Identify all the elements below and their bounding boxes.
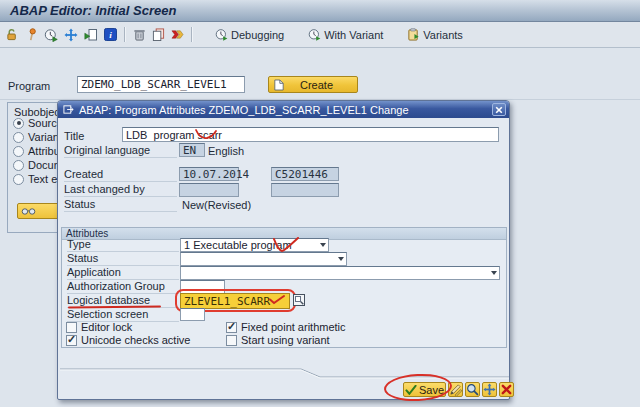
matchcode-search-icon[interactable] (293, 294, 305, 308)
checkbox-indicator[interactable] (66, 322, 77, 333)
type-dropdown[interactable]: 1 Executable program (180, 238, 329, 252)
status-value: New(Revised) (182, 199, 251, 211)
attr-status-label: Status (67, 252, 179, 266)
activate-pin-icon[interactable] (23, 25, 40, 45)
pencils-icon (449, 383, 462, 396)
window-titlebar: ABAP Editor: Initial Screen (0, 0, 640, 22)
dialog-close-button[interactable] (492, 103, 506, 116)
info-icon[interactable]: i (102, 25, 119, 45)
navigate-arrows-icon[interactable] (62, 25, 80, 45)
chevron-down-icon[interactable] (320, 243, 326, 247)
sap-abap-editor-screen: ABAP Editor: Initial Screen i (0, 0, 640, 407)
original-language-name: English (208, 145, 244, 157)
execute-with-page-icon[interactable] (82, 25, 100, 45)
toolbar-separator (124, 27, 126, 42)
create-button[interactable]: Create (268, 76, 358, 93)
create-button-label: Create (284, 79, 349, 91)
radio-indicator[interactable] (13, 146, 24, 157)
dialog-export-icon (63, 104, 74, 115)
checkbox-indicator[interactable] (226, 322, 237, 333)
program-attributes-dialog: ABAP: Program Attributes ZDEMO_LDB_SCARR… (57, 100, 510, 400)
copy-icon[interactable] (150, 25, 167, 45)
created-date-field[interactable]: 10.07.2014 (179, 167, 239, 181)
original-language-label: Original language (64, 144, 177, 158)
radio-indicator[interactable] (13, 174, 24, 185)
cancel-button[interactable] (499, 382, 514, 397)
dialog-titlebar: ABAP: Program Attributes ZDEMO_LDB_SCARR… (58, 101, 509, 118)
red-x-icon (501, 384, 512, 395)
attr-status-dropdown[interactable] (180, 252, 347, 266)
magnifier-icon (466, 383, 479, 396)
last-changed-by-field[interactable] (271, 183, 339, 197)
selection-screen-input[interactable] (180, 308, 205, 321)
program-input[interactable] (77, 76, 245, 93)
original-language-field[interactable]: EN (179, 143, 205, 157)
attributes-groupbox: Attributes Type 1 Executable program Sta… (61, 227, 507, 348)
with-variant-clock-icon (308, 28, 321, 41)
authorization-group-input[interactable] (180, 280, 225, 294)
save-button[interactable]: Save (403, 382, 446, 397)
type-label: Type (67, 238, 179, 252)
editor-lock-checkbox[interactable]: Editor lock (66, 321, 132, 333)
program-field-label: Program (8, 80, 50, 92)
radio-indicator[interactable] (13, 118, 24, 129)
footer-divider (58, 366, 511, 380)
title-input[interactable] (122, 127, 499, 142)
application-label: Application (67, 266, 179, 280)
checkbox-label: Fixed point arithmetic (241, 321, 346, 333)
application-dropdown[interactable] (180, 266, 500, 280)
logical-database-input[interactable] (180, 293, 290, 309)
delete-trash-glyph (133, 28, 146, 41)
dialog-title: ABAP: Program Attributes ZDEMO_LDB_SCARR… (79, 104, 409, 116)
toolbar-separator (191, 27, 193, 42)
title-field-label: Title (64, 130, 84, 142)
variants-button[interactable]: Variants (402, 25, 468, 45)
lock-icon[interactable] (4, 25, 21, 45)
execute-with-page-glyph (84, 28, 98, 42)
checkbox-indicator[interactable] (226, 335, 237, 346)
navigate-arrows-glyph (64, 28, 78, 42)
last-changed-by-label: Last changed by (64, 183, 177, 197)
info-glyph: i (104, 28, 117, 41)
type-value: 1 Executable program (181, 239, 328, 251)
chevron-down-icon[interactable] (491, 271, 497, 275)
activate-pin-glyph (25, 28, 38, 41)
unicode-checks-active-checkbox[interactable]: Unicode checks active (66, 334, 190, 346)
delete-trash-icon[interactable] (131, 25, 148, 45)
variants-clipboard-icon (407, 28, 420, 41)
with-variant-label: With Variant (324, 29, 383, 41)
check-magnifier-button[interactable] (465, 382, 480, 397)
save-button-label: Save (419, 384, 444, 396)
radio-indicator[interactable] (13, 160, 24, 171)
start-using-variant-checkbox[interactable]: Start using variant (226, 334, 330, 346)
execute-clock-glyph (44, 28, 58, 42)
debugging-clock-icon (215, 28, 228, 41)
last-changed-date-field[interactable] (179, 183, 239, 197)
with-variant-button[interactable]: With Variant (303, 25, 388, 45)
variants-label: Variants (423, 29, 463, 41)
edit-pencils-button[interactable] (448, 382, 463, 397)
copy-glyph (152, 28, 165, 41)
move-arrows-button[interactable] (482, 382, 497, 397)
created-label: Created (64, 168, 177, 182)
debugging-button[interactable]: Debugging (210, 25, 289, 45)
application-toolbar: i Debugging With Variant Variants (0, 22, 640, 48)
execute-clock-icon[interactable] (42, 25, 60, 45)
checkbox-indicator[interactable] (66, 335, 77, 346)
created-by-field[interactable]: C5201446 (271, 167, 339, 181)
checkbox-label: Editor lock (81, 321, 132, 333)
chevron-down-icon[interactable] (338, 257, 344, 261)
green-check-icon (405, 385, 417, 395)
authorization-group-label: Authorization Group (67, 280, 179, 294)
fixed-point-arithmetic-checkbox[interactable]: Fixed point arithmetic (226, 321, 346, 333)
rename-arrows-icon[interactable] (169, 25, 186, 45)
page-title: ABAP Editor: Initial Screen (10, 3, 176, 18)
close-icon (495, 106, 503, 114)
svg-text:i: i (109, 30, 112, 40)
checkbox-label: Start using variant (241, 334, 330, 346)
radio-indicator[interactable] (13, 132, 24, 143)
debugging-label: Debugging (231, 29, 284, 41)
status-field-label: Status (64, 198, 177, 212)
checkbox-label: Unicode checks active (81, 334, 190, 346)
eyeglasses-icon (21, 207, 36, 216)
